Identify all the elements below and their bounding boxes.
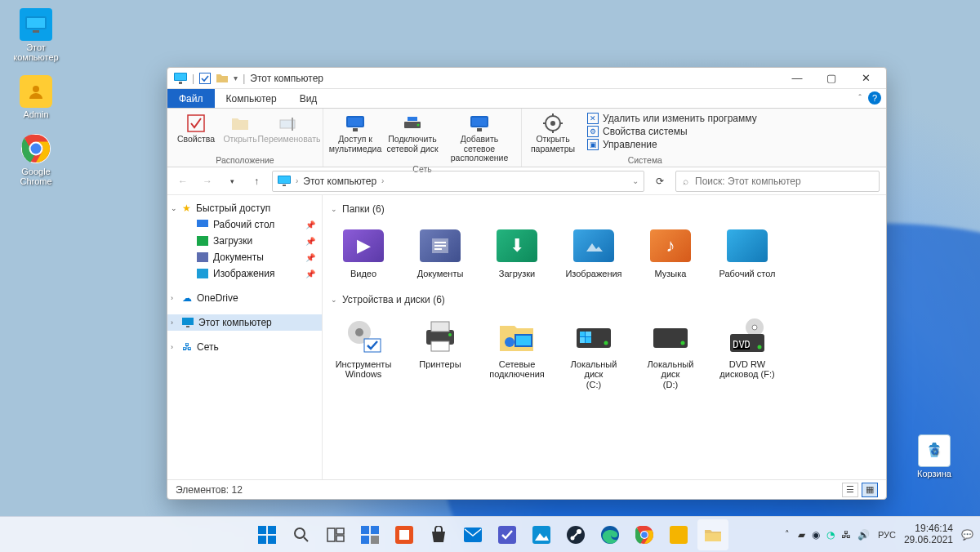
sidebar-onedrive[interactable]: ›☁OneDrive: [167, 290, 322, 306]
ribbon-open-settings[interactable]: Открытьпараметры: [527, 110, 579, 154]
chevron-right-icon[interactable]: ›: [296, 176, 298, 185]
svg-point-20: [417, 124, 420, 127]
tray-clock[interactable]: 19:46:14 29.06.2021: [904, 523, 953, 546]
device-printers[interactable]: Принтеры: [408, 314, 473, 394]
ribbon-link-uninstall[interactable]: ✕Удалить или изменить программу: [587, 113, 757, 124]
folder-videos[interactable]: ▶Видео: [331, 223, 396, 283]
taskbar-app-office[interactable]: [389, 519, 420, 550]
taskbar-app-mail[interactable]: [457, 519, 488, 550]
tray-icon-edge[interactable]: ◔: [826, 529, 835, 541]
sidebar-quickaccess[interactable]: ⌄★Быстрый доступ: [167, 200, 322, 216]
folder-music[interactable]: ♪Музыка: [638, 223, 703, 283]
maximize-button[interactable]: ▢: [814, 68, 849, 89]
svg-point-7: [31, 144, 42, 154]
ribbon-media-access[interactable]: Доступ кмультимедиа: [328, 110, 382, 163]
svg-rect-10: [175, 73, 186, 80]
ribbon-link-manage[interactable]: ▣Управление: [587, 139, 757, 150]
desktop-icon-recycle[interactable]: ♻ Корзина: [906, 434, 962, 479]
device-dvd-f[interactable]: DVDDVD RWдисковод (F:): [715, 314, 780, 394]
svg-rect-15: [292, 118, 293, 131]
help-button[interactable]: ?: [868, 91, 881, 105]
collapse-ribbon-icon[interactable]: ˆ: [858, 93, 862, 103]
sidebar-documents[interactable]: Документы📌: [167, 249, 322, 265]
device-disk-d[interactable]: Локальный диск(D:): [638, 314, 703, 394]
taskbar-app-todo[interactable]: [492, 519, 523, 550]
svg-point-96: [641, 532, 648, 538]
tray-icon-network[interactable]: 🖧: [841, 529, 851, 541]
taskbar-app-photos[interactable]: [526, 519, 557, 550]
desktop-icon-label: Корзина: [917, 469, 951, 479]
sidebar-downloads[interactable]: Загрузки📌: [167, 233, 322, 249]
desktop-icon-admin[interactable]: Admin: [8, 75, 64, 119]
search-input[interactable]: [695, 176, 872, 187]
folder-pictures[interactable]: Изображения: [561, 223, 626, 283]
taskbar-app-chrome[interactable]: [629, 519, 660, 550]
tray-icon-steam[interactable]: ◉: [812, 529, 820, 541]
tray-language[interactable]: РУС: [878, 530, 896, 540]
taskbar-app-steam[interactable]: [560, 519, 591, 550]
titlebar[interactable]: | ▾ | Этот компьютер — ▢ ✕: [167, 68, 886, 89]
ribbon-link-sysprops[interactable]: ⚙Свойства системы: [587, 126, 757, 137]
ribbon-add-network[interactable]: Добавить сетевоерасположение: [443, 110, 516, 163]
svg-rect-12: [200, 73, 211, 83]
search-bar[interactable]: ⌕: [675, 171, 880, 192]
address-location[interactable]: Этот компьютер: [303, 176, 376, 187]
taskview-button[interactable]: [320, 519, 351, 550]
view-icons-button[interactable]: ▦: [862, 483, 878, 497]
svg-rect-23: [472, 118, 487, 126]
svg-rect-57: [580, 332, 585, 336]
svg-rect-81: [361, 536, 369, 544]
nav-up-button[interactable]: ↑: [247, 172, 265, 190]
sidebar-thispc[interactable]: ›Этот компьютер: [167, 314, 322, 331]
nav-recent-button[interactable]: ▾: [223, 172, 241, 190]
tab-view[interactable]: Вид: [288, 89, 329, 108]
widgets-button[interactable]: [354, 519, 385, 550]
sidebar: ⌄★Быстрый доступ Рабочий стол📌 Загрузки📌…: [167, 195, 323, 479]
search-button[interactable]: [286, 519, 317, 550]
separator: |: [192, 73, 194, 84]
section-devices-header[interactable]: ⌄Устройства и диски (6): [331, 291, 878, 309]
folder-downloads[interactable]: ⬇Загрузки: [484, 223, 550, 283]
folder-desktop[interactable]: Рабочий стол: [715, 223, 780, 283]
device-windows-tools[interactable]: ИнструментыWindows: [331, 314, 396, 394]
nav-forward-button[interactable]: →: [198, 172, 216, 190]
tab-file[interactable]: Файл: [167, 89, 215, 108]
chevron-down-icon[interactable]: ▾: [234, 73, 238, 82]
monitor-icon: [174, 73, 187, 84]
device-disk-c[interactable]: Локальный диск(C:): [561, 314, 626, 394]
taskbar-app-explorer[interactable]: [697, 519, 728, 550]
ribbon-map-drive[interactable]: Подключитьсетевой диск: [384, 110, 441, 163]
tray-overflow-icon[interactable]: ˄: [785, 529, 790, 540]
folder-documents[interactable]: Документы: [408, 223, 473, 283]
tray-icon-shield[interactable]: ▰: [798, 529, 805, 541]
section-folders-header[interactable]: ⌄Папки (6): [331, 200, 878, 218]
minimize-button[interactable]: —: [780, 68, 814, 89]
svg-rect-60: [586, 337, 591, 343]
close-button[interactable]: ✕: [849, 68, 883, 89]
tab-computer[interactable]: Компьютер: [215, 89, 288, 108]
window-title: Этот компьютер: [250, 73, 323, 84]
folder-qa-icon[interactable]: [216, 73, 229, 83]
device-network-conn[interactable]: Сетевыеподключения: [484, 314, 550, 394]
chevron-right-icon[interactable]: ›: [381, 176, 384, 185]
sidebar-pictures[interactable]: Изображения📌: [167, 265, 322, 282]
refresh-button[interactable]: ⟳: [651, 172, 669, 190]
tray-icon-volume[interactable]: 🔊: [858, 529, 870, 541]
svg-rect-36: [197, 252, 208, 262]
desktop-icon-thispc[interactable]: Этоткомпьютер: [8, 8, 64, 62]
sidebar-desktop[interactable]: Рабочий стол📌: [167, 216, 322, 233]
tray-notifications-icon[interactable]: 💬: [961, 529, 973, 541]
taskbar-app-store[interactable]: [423, 519, 454, 550]
view-details-button[interactable]: ☰: [842, 483, 858, 497]
sidebar-network[interactable]: ›🖧Сеть: [167, 339, 322, 355]
ribbon-properties[interactable]: Свойства: [172, 110, 220, 154]
chevron-down-icon[interactable]: ⌄: [632, 176, 639, 185]
checkbox-qa-icon[interactable]: [199, 73, 211, 84]
taskbar-app-tool[interactable]: [663, 519, 694, 550]
taskbar-app-edge[interactable]: [595, 519, 626, 550]
nav-back-button[interactable]: ←: [174, 172, 192, 190]
start-button[interactable]: [252, 519, 283, 550]
svg-rect-84: [399, 530, 409, 540]
address-bar[interactable]: › Этот компьютер › ⌄: [272, 171, 644, 192]
desktop-icon-chrome[interactable]: GoogleChrome: [8, 132, 64, 186]
